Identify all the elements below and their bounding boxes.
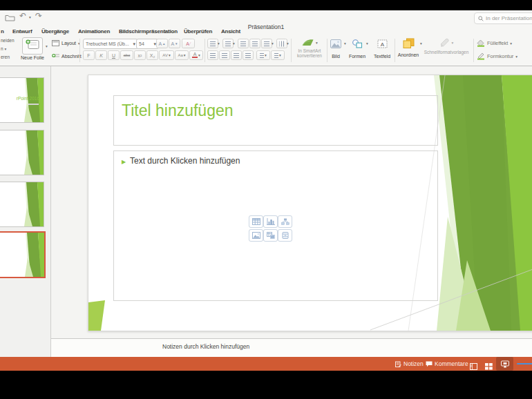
new-slide-caret-icon[interactable]: ▾ xyxy=(46,44,48,48)
align-right-button[interactable] xyxy=(231,50,242,60)
thumbnail-slide-4-selected[interactable] xyxy=(0,231,46,278)
decrease-indent-button[interactable] xyxy=(238,39,249,48)
thumbnail-slide-1[interactable]: rPoint 2016 xyxy=(0,77,44,123)
tab-ueberpruefen[interactable]: Überprüfen xyxy=(184,28,212,35)
insert-shapes-button[interactable]: Formen xyxy=(348,39,366,59)
comments-toggle-label: Kommentare xyxy=(435,360,468,367)
grow-font-button[interactable]: A▲ xyxy=(156,39,168,48)
open-folder-icon[interactable] xyxy=(5,13,15,23)
slideshow-view-button[interactable] xyxy=(496,357,513,371)
new-slide-button[interactable]: Neue Folie xyxy=(21,37,44,60)
notes-placeholder-text: Notizen durch Klicken hinzufügen xyxy=(162,343,249,350)
convert-smartart-button[interactable]: ▾ In SmartArt konvertieren xyxy=(293,38,326,58)
format-painter-button[interactable]: eren xyxy=(1,55,10,59)
insert-table-icon[interactable] xyxy=(249,215,263,228)
slide-canvas[interactable]: Titel hinzufügen ▶ Text durch Klicken hi… xyxy=(88,75,532,331)
tab-entwurf[interactable]: Entwurf xyxy=(12,28,32,35)
insert-picture-content-icon[interactable] xyxy=(249,229,263,242)
numbered-list-caret-icon[interactable]: ▾ xyxy=(233,41,235,46)
strikethrough-button[interactable]: abc xyxy=(120,50,133,60)
columns-button[interactable] xyxy=(276,39,287,48)
picture-icon xyxy=(330,39,341,51)
change-case-button[interactable]: Aa▾ xyxy=(175,50,189,60)
cut-button[interactable]: neiden xyxy=(1,38,15,43)
undo-caret-icon[interactable]: ▾ xyxy=(29,15,31,19)
shape-fill-button[interactable]: Fülleffekt▾ xyxy=(477,39,512,47)
decrease-indent-icon xyxy=(240,41,246,46)
italic-button[interactable]: K xyxy=(95,50,107,60)
redo-icon[interactable]: ↷ xyxy=(35,12,42,20)
comments-toggle-button[interactable]: Kommentare xyxy=(426,360,468,367)
tab-ansicht[interactable]: Ansicht xyxy=(221,28,240,35)
thumbnail-title-text: rPoint 2016 xyxy=(1,96,39,101)
superscript-button[interactable]: x² xyxy=(134,50,146,60)
insert-smartart-icon[interactable] xyxy=(278,215,292,228)
tab-uebergaenge[interactable]: Übergänge xyxy=(41,28,69,35)
notes-toggle-button[interactable]: Notizen xyxy=(395,360,424,367)
columns-caret-icon[interactable]: ▾ xyxy=(287,41,289,46)
character-spacing-button[interactable]: AV▾ xyxy=(159,50,174,60)
convert-smartart-label-2: konvertieren xyxy=(297,53,322,58)
svg-text:A: A xyxy=(380,41,384,48)
dropdown-caret-icon: ▾ xyxy=(184,53,186,57)
clear-formatting-button[interactable]: A⁄ xyxy=(182,39,195,48)
arrange-label: Anordnen xyxy=(398,52,419,57)
notes-icon xyxy=(395,361,401,367)
justify-icon xyxy=(245,53,251,58)
comments-icon xyxy=(426,361,433,367)
insert-clipart-icon[interactable] xyxy=(263,229,278,242)
tab-cutoff[interactable]: n xyxy=(1,28,4,35)
shapes-caret-icon[interactable]: ▾ xyxy=(366,41,368,46)
thumbnail-slide-3[interactable] xyxy=(0,182,44,227)
thumbnail-slide-2[interactable] xyxy=(0,130,44,175)
powerpoint-window: ↶ ▾ ↷ Präsentation1 In der Präsentation … xyxy=(0,10,532,371)
arrange-icon xyxy=(403,38,415,51)
screenshot-stage: ↶ ▾ ↷ Präsentation1 In der Präsentation … xyxy=(0,0,532,399)
align-left-button[interactable] xyxy=(207,50,218,60)
bullet-list-button[interactable] xyxy=(207,39,218,48)
bullet-icon: ▶ xyxy=(122,159,126,165)
tab-bildschirmpraesentation[interactable]: Bildschirmpräsentation xyxy=(119,28,178,35)
insert-media-icon[interactable] xyxy=(278,229,292,242)
textbox-label: Textfeld xyxy=(374,54,390,59)
notes-pane[interactable]: Notizen durch Klicken hinzufügen xyxy=(51,339,532,357)
undo-icon[interactable]: ↶ xyxy=(19,12,26,20)
align-right-icon xyxy=(234,53,239,58)
convert-smartart-label-1: In SmartArt xyxy=(298,48,321,53)
align-center-icon xyxy=(222,53,227,58)
font-color-button[interactable]: A ▾ xyxy=(189,50,203,60)
font-name-select[interactable]: Trebuchet MS (Üb...▾ xyxy=(83,39,138,49)
picture-caret-icon[interactable]: ▾ xyxy=(344,41,346,46)
insert-textbox-button[interactable]: A Textfeld xyxy=(372,39,392,59)
shape-outline-button[interactable]: Formkontur▾ xyxy=(477,52,517,60)
line-spacing-button[interactable] xyxy=(261,39,272,48)
insert-chart-icon[interactable] xyxy=(263,215,278,228)
line-spacing-caret-icon[interactable]: ▾ xyxy=(272,41,274,46)
zoom-slider[interactable] xyxy=(517,363,532,364)
increase-indent-button[interactable] xyxy=(249,39,260,48)
search-field[interactable]: In der Präsentation xyxy=(474,12,532,24)
bullet-list-caret-icon[interactable]: ▾ xyxy=(218,41,220,46)
text-direction-button[interactable]: ▾ xyxy=(271,50,285,60)
subscript-button[interactable]: X₂ xyxy=(146,50,158,60)
vertical-align-button[interactable]: ▾ xyxy=(256,50,270,60)
body-placeholder[interactable]: ▶ Text durch Klicken hinzufügen xyxy=(113,150,438,301)
numbered-list-button[interactable] xyxy=(222,39,234,48)
notes-toggle-label: Notizen xyxy=(403,360,424,367)
bold-button[interactable]: F xyxy=(83,50,95,60)
section-button[interactable]: Abschnitt▾ xyxy=(52,53,86,59)
dropdown-caret-icon: ▾ xyxy=(452,41,454,45)
arrange-button[interactable]: Anordnen xyxy=(397,38,420,57)
tab-animationen[interactable]: Animationen xyxy=(78,28,110,35)
insert-picture-button[interactable]: Bild xyxy=(327,39,344,59)
textbox-icon: A xyxy=(377,39,388,51)
quick-styles-button[interactable]: ▾ Schnellformatvorlagen xyxy=(421,38,471,55)
copy-button[interactable]: n ▾ xyxy=(1,46,6,51)
shrink-font-button[interactable]: A▼ xyxy=(169,39,180,48)
underline-button[interactable]: U xyxy=(108,50,120,60)
layout-button[interactable]: Layout▾ xyxy=(52,40,80,46)
align-center-button[interactable] xyxy=(219,50,230,60)
title-placeholder[interactable]: Titel hinzufügen xyxy=(113,95,438,146)
align-left-icon xyxy=(210,53,216,58)
justify-button[interactable] xyxy=(243,50,254,60)
